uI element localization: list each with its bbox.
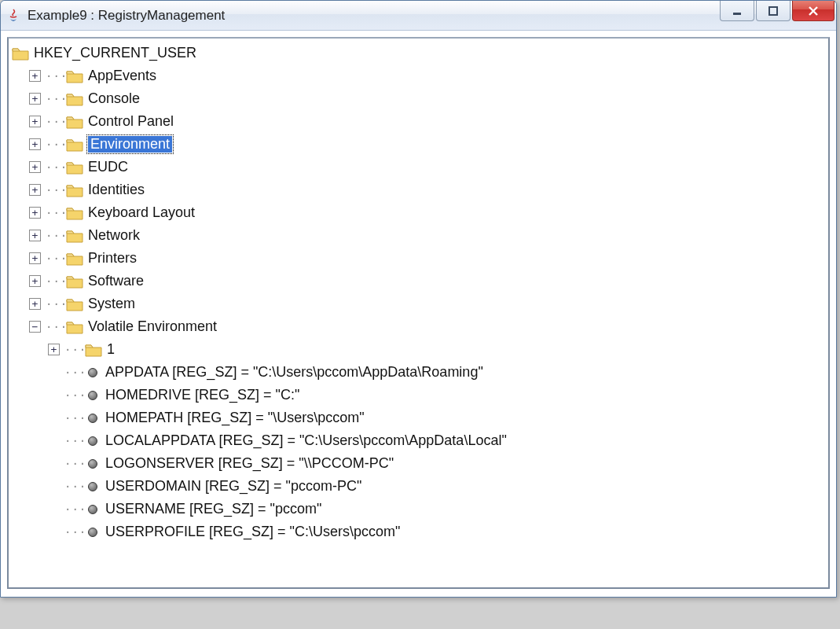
tree-connector: ··· (64, 526, 85, 539)
tree-value[interactable]: ···USERDOMAIN [REG_SZ] = "pccom-PC" (48, 475, 827, 498)
tree-value[interactable]: ···LOCALAPPDATA [REG_SZ] = "C:\Users\pcc… (48, 429, 827, 452)
expand-icon[interactable]: + (29, 138, 41, 150)
tree-folder-label: AppEvents (88, 68, 156, 84)
tree-root[interactable]: HKEY_CURRENT_USER (10, 42, 827, 64)
tree-folder-label: Network (88, 227, 140, 244)
expand-icon[interactable]: + (29, 252, 41, 264)
tree-connector: ··· (64, 503, 85, 516)
tree-value-label: USERDOMAIN [REG_SZ] = "pccom-PC" (105, 478, 361, 495)
registry-tree: HKEY_CURRENT_USER +···AppEvents+···Conso… (10, 42, 827, 543)
expand-icon[interactable]: + (29, 184, 41, 196)
tree-folder[interactable]: +···Console (29, 87, 827, 110)
tree-spacer (48, 503, 60, 515)
tree-folder[interactable]: +···System (29, 292, 827, 315)
app-window: Example9 : RegistryManagement HKEY_CURRE… (0, 0, 837, 598)
collapse-icon[interactable]: − (29, 321, 41, 333)
folder-icon (12, 46, 29, 61)
value-icon (88, 528, 97, 537)
expand-icon[interactable]: + (29, 207, 41, 219)
tree-connector: ··· (46, 230, 66, 242)
expand-icon[interactable]: + (29, 298, 41, 310)
tree-subfolder[interactable]: + ··· 1 (48, 338, 827, 361)
tree-folder[interactable]: +···Environment (29, 133, 827, 156)
folder-icon (66, 160, 83, 175)
folder-icon (66, 92, 83, 106)
tree-value[interactable]: ···APPDATA [REG_SZ] = "C:\Users\pccom\Ap… (48, 361, 827, 384)
tree-folder-label: Control Panel (88, 113, 174, 130)
folder-icon (66, 274, 83, 289)
tree-connector: ··· (46, 70, 66, 83)
expand-icon[interactable]: + (29, 93, 41, 105)
folder-icon (66, 206, 83, 220)
folder-icon (66, 115, 83, 129)
svg-rect-1 (769, 7, 777, 15)
tree-panel[interactable]: HKEY_CURRENT_USER +···AppEvents+···Conso… (7, 37, 830, 589)
tree-root-label: HKEY_CURRENT_USER (34, 45, 196, 61)
window-title: Example9 : RegistryManagement (28, 8, 225, 24)
folder-icon (66, 138, 83, 152)
tree-value-label: USERPROFILE [REG_SZ] = "C:\Users\pccom" (105, 524, 400, 540)
tree-value[interactable]: ···USERNAME [REG_SZ] = "pccom" (48, 498, 827, 520)
tree-folder[interactable]: +···Printers (29, 247, 827, 270)
maximize-button[interactable] (756, 1, 790, 21)
expand-icon[interactable]: + (29, 70, 41, 82)
tree-value-label: USERNAME [REG_SZ] = "pccom" (105, 501, 321, 517)
expand-icon[interactable]: + (29, 275, 41, 287)
tree-connector: ··· (46, 252, 66, 265)
titlebar[interactable]: Example9 : RegistryManagement (1, 1, 836, 31)
tree-folder[interactable]: +···AppEvents (29, 64, 827, 87)
java-icon (6, 8, 21, 24)
expand-icon[interactable]: + (29, 230, 41, 241)
value-icon (88, 436, 97, 446)
value-icon (88, 368, 97, 377)
value-icon (88, 505, 97, 514)
tree-spacer (48, 435, 60, 447)
tree-spacer (48, 480, 60, 492)
tree-connector: ··· (64, 344, 85, 356)
tree-value[interactable]: ···USERPROFILE [REG_SZ] = "C:\Users\pcco… (48, 520, 827, 543)
tree-folder-label: Keyboard Layout (88, 204, 195, 221)
tree-folder-label: EUDC (88, 159, 128, 175)
tree-folder[interactable]: +···EUDC (29, 156, 827, 178)
tree-folder-label: Environment (88, 136, 172, 153)
folder-icon (66, 69, 83, 83)
folder-icon (66, 320, 83, 334)
tree-folder[interactable]: +···Keyboard Layout (29, 201, 827, 224)
tree-value[interactable]: ···LOGONSERVER [REG_SZ] = "\\PCCOM-PC" (48, 452, 827, 475)
folder-icon (66, 297, 83, 311)
tree-value[interactable]: ···HOMEPATH [REG_SZ] = "\Users\pccom" (48, 406, 827, 429)
tree-connector: ··· (46, 321, 66, 333)
expand-icon[interactable]: + (29, 116, 41, 127)
tree-connector: ··· (64, 435, 85, 447)
tree-folder[interactable]: +···Identities (29, 178, 827, 201)
tree-connector: ··· (64, 412, 85, 425)
tree-folder-label: Software (88, 273, 144, 289)
close-button[interactable] (792, 1, 834, 21)
expand-icon[interactable]: + (48, 344, 60, 355)
tree-connector: ··· (64, 458, 85, 470)
tree-value-label: LOGONSERVER [REG_SZ] = "\\PCCOM-PC" (105, 455, 394, 472)
tree-folder[interactable]: +···Software (29, 270, 827, 292)
tree-folder[interactable]: +···Control Panel (29, 110, 827, 133)
tree-folder-volatile-environment[interactable]: − ··· Volatile Environment (29, 315, 827, 338)
tree-value-label: APPDATA [REG_SZ] = "C:\Users\pccom\AppDa… (105, 364, 483, 381)
tree-connector: ··· (46, 93, 66, 105)
tree-folder-label: Printers (88, 250, 137, 267)
folder-icon (66, 183, 83, 197)
tree-value-label: HOMEPATH [REG_SZ] = "\Users\pccom" (105, 410, 365, 426)
folder-icon (66, 252, 83, 266)
tree-value-label: HOMEDRIVE [REG_SZ] = "C:" (105, 387, 299, 403)
tree-connector: ··· (46, 298, 66, 311)
tree-spacer (48, 526, 60, 538)
tree-folder-label: System (88, 296, 135, 312)
expand-icon[interactable]: + (29, 161, 41, 173)
tree-folder[interactable]: +···Network (29, 224, 827, 247)
tree-spacer (48, 458, 60, 469)
folder-icon (66, 229, 83, 243)
tree-connector: ··· (46, 275, 66, 288)
tree-subfolder-label: 1 (107, 341, 115, 358)
tree-connector: ··· (46, 116, 66, 128)
value-icon (88, 391, 97, 400)
minimize-button[interactable] (720, 1, 754, 21)
tree-value[interactable]: ···HOMEDRIVE [REG_SZ] = "C:" (48, 384, 827, 406)
